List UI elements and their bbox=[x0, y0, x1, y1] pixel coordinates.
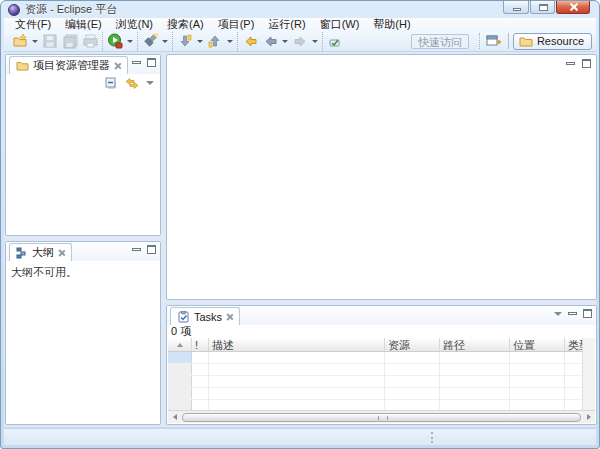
collapse-all-icon[interactable] bbox=[105, 77, 118, 90]
eclipse-logo-icon bbox=[8, 4, 20, 16]
outline-maximize-button[interactable] bbox=[147, 245, 156, 254]
pin-editor-button[interactable] bbox=[325, 32, 345, 50]
print-icon bbox=[83, 34, 98, 48]
column-header-priority[interactable]: ! bbox=[192, 338, 209, 351]
quick-access-input[interactable]: 快速访问 bbox=[411, 34, 469, 49]
close-icon bbox=[570, 3, 578, 11]
column-header-path[interactable]: 路径 bbox=[440, 338, 510, 351]
column-header-type[interactable]: 类型 bbox=[565, 338, 582, 351]
perspective-separator bbox=[479, 33, 480, 49]
project-explorer-minimize-button[interactable] bbox=[132, 61, 141, 64]
tasks-table-header: ! 描述 资源 路径 位置 类型 bbox=[168, 338, 582, 352]
menu-navigate[interactable]: 浏览(N) bbox=[109, 18, 160, 31]
column-header-description[interactable]: 描述 bbox=[209, 338, 385, 351]
save-all-icon bbox=[63, 34, 78, 49]
run-external-tools-button[interactable] bbox=[105, 32, 125, 50]
window-controls bbox=[502, 1, 590, 14]
editor-corner-buttons bbox=[566, 59, 591, 68]
print-button[interactable] bbox=[80, 32, 100, 50]
menu-file[interactable]: 文件(F) bbox=[8, 18, 58, 31]
link-with-editor-icon[interactable] bbox=[125, 77, 139, 90]
tasks-table[interactable]: ! 描述 资源 路径 位置 类型 bbox=[168, 338, 582, 410]
tab-outline[interactable]: 大纲 bbox=[9, 243, 72, 261]
column-header-resource[interactable]: 资源 bbox=[385, 338, 440, 351]
tasks-horizontal-scrollbar[interactable] bbox=[168, 410, 595, 423]
toolbar-group-pin bbox=[322, 32, 347, 51]
search-dropdown[interactable] bbox=[160, 32, 169, 50]
toolbar-group-new bbox=[8, 32, 102, 51]
previous-annotation-button[interactable] bbox=[205, 32, 225, 50]
project-explorer-view-menu-icon[interactable] bbox=[146, 81, 154, 85]
tasks-corner-buttons bbox=[554, 309, 592, 318]
scroll-right-icon[interactable] bbox=[582, 411, 595, 423]
toolbar-group-run bbox=[102, 32, 137, 51]
search-button[interactable] bbox=[140, 32, 160, 50]
outline-corner-buttons bbox=[132, 245, 156, 254]
menu-help[interactable]: 帮助(H) bbox=[366, 18, 417, 31]
main-toolbar: 快速访问 Resource bbox=[4, 31, 596, 52]
menu-run[interactable]: 运行(R) bbox=[261, 18, 312, 31]
resource-perspective-button[interactable]: Resource bbox=[513, 33, 592, 50]
run-dropdown[interactable] bbox=[125, 32, 134, 50]
editor-maximize-button[interactable] bbox=[582, 59, 591, 68]
menu-project[interactable]: 项目(P) bbox=[211, 18, 262, 31]
tasks-minimize-button[interactable] bbox=[568, 312, 577, 315]
column-header-location[interactable]: 位置 bbox=[510, 338, 565, 351]
next-annotation-dropdown[interactable] bbox=[195, 32, 204, 50]
scroll-left-icon[interactable] bbox=[168, 411, 181, 423]
table-row[interactable] bbox=[168, 388, 582, 400]
project-explorer-close-icon[interactable] bbox=[114, 62, 121, 69]
open-perspective-button[interactable] bbox=[484, 32, 504, 50]
window-maximize-button[interactable] bbox=[530, 1, 555, 14]
window-minimize-button[interactable] bbox=[503, 1, 529, 14]
workbench: 项目资源管理器 bbox=[4, 53, 596, 427]
table-row[interactable] bbox=[168, 400, 582, 410]
last-edit-location-button[interactable] bbox=[240, 32, 260, 50]
new-wizard-button[interactable] bbox=[10, 32, 30, 50]
dropdown-icon bbox=[197, 40, 203, 43]
tasks-view: Tasks 0 项 ! 描述 资源 路径 位置 类型 bbox=[166, 305, 597, 425]
window-close-button[interactable] bbox=[556, 1, 590, 14]
tasks-view-menu-icon[interactable] bbox=[554, 312, 562, 316]
menu-window[interactable]: 窗口(W) bbox=[313, 18, 367, 31]
outline-tab-label: 大纲 bbox=[32, 245, 54, 260]
outline-icon bbox=[16, 247, 28, 259]
resource-perspective-label: Resource bbox=[537, 35, 584, 47]
dropdown-icon bbox=[162, 40, 168, 43]
save-all-button[interactable] bbox=[60, 32, 80, 50]
last-edit-location-icon bbox=[243, 34, 258, 48]
minimize-icon bbox=[513, 8, 521, 11]
column-header-sort[interactable] bbox=[168, 338, 192, 351]
editor-area[interactable] bbox=[166, 54, 597, 300]
tasks-vertical-scrollbar[interactable] bbox=[582, 338, 595, 410]
project-explorer-tab-label: 项目资源管理器 bbox=[33, 58, 110, 73]
table-row[interactable] bbox=[168, 352, 582, 364]
next-annotation-button[interactable] bbox=[175, 32, 195, 50]
tab-project-explorer[interactable]: 项目资源管理器 bbox=[9, 56, 128, 74]
tasks-maximize-button[interactable] bbox=[583, 309, 592, 318]
menu-edit[interactable]: 编辑(E) bbox=[58, 18, 109, 31]
scrollbar-thumb[interactable] bbox=[182, 413, 581, 422]
dropdown-icon bbox=[312, 40, 318, 43]
outline-minimize-button[interactable] bbox=[132, 248, 141, 251]
menubar: 文件(F) 编辑(E) 浏览(N) 搜索(A) 项目(P) 运行(R) 窗口(W… bbox=[4, 18, 596, 31]
new-wizard-dropdown[interactable] bbox=[30, 32, 39, 50]
statusbar bbox=[4, 428, 596, 445]
menu-search[interactable]: 搜索(A) bbox=[160, 18, 211, 31]
forward-dropdown[interactable] bbox=[310, 32, 319, 50]
back-button[interactable] bbox=[260, 32, 280, 50]
outline-close-icon[interactable] bbox=[58, 249, 65, 256]
tasks-close-icon[interactable] bbox=[226, 313, 233, 320]
forward-button[interactable] bbox=[290, 32, 310, 50]
save-button[interactable] bbox=[40, 32, 60, 50]
project-explorer-maximize-button[interactable] bbox=[147, 58, 156, 67]
project-explorer-tree[interactable] bbox=[6, 92, 160, 236]
tab-tasks[interactable]: Tasks bbox=[170, 307, 240, 325]
editor-minimize-button[interactable] bbox=[566, 62, 575, 65]
table-row[interactable] bbox=[168, 376, 582, 388]
statusbar-drag-handle[interactable] bbox=[431, 432, 434, 443]
table-row[interactable] bbox=[168, 364, 582, 376]
back-dropdown[interactable] bbox=[280, 32, 289, 50]
tasks-tab-strip: Tasks bbox=[167, 306, 596, 325]
previous-annotation-dropdown[interactable] bbox=[225, 32, 234, 50]
